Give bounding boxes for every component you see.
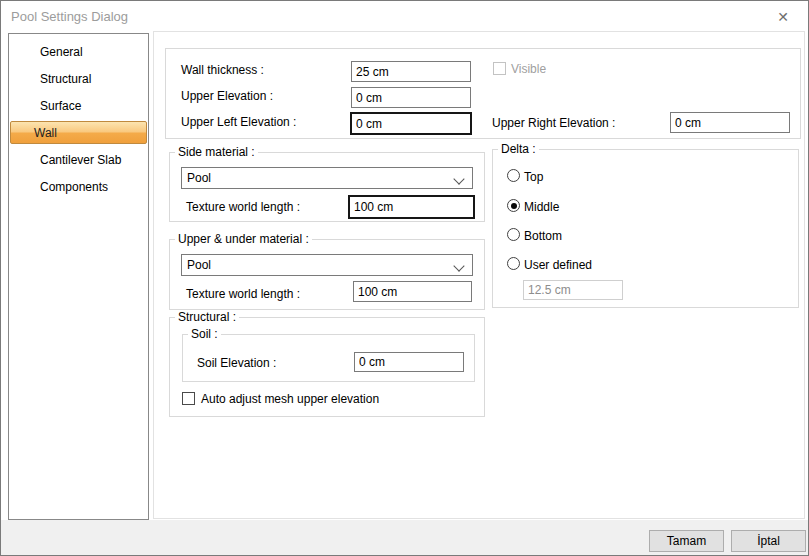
wall-thickness-input[interactable]	[351, 61, 471, 82]
upper-under-material-legend: Upper & under material :	[175, 232, 312, 246]
sidebar-item-general[interactable]: General	[9, 38, 148, 65]
visible-checkbox-label: Visible	[511, 62, 546, 76]
side-texture-length-input[interactable]	[348, 195, 475, 219]
sidebar-item-structural[interactable]: Structural	[9, 65, 148, 92]
side-material-dropdown[interactable]: Pool	[181, 167, 473, 189]
close-icon[interactable]: ✕	[769, 5, 797, 29]
upper-left-elevation-label: Upper Left Elevation :	[181, 115, 296, 129]
ok-button[interactable]: Tamam	[649, 530, 724, 552]
upper-right-elevation-label: Upper Right Elevation :	[492, 116, 615, 130]
upper-under-material-dropdown[interactable]: Pool	[181, 254, 473, 276]
delta-radio-bottom-label: Bottom	[524, 229, 562, 243]
cancel-button[interactable]: İptal	[731, 530, 806, 552]
delta-group: Delta : Top Middle Bottom User defined	[492, 149, 799, 308]
upper-under-material-group: Upper & under material : Pool Texture wo…	[169, 239, 485, 310]
structural-group: Structural : Soil : Soil Elevation : Aut…	[169, 317, 485, 417]
wall-thickness-label: Wall thickness :	[181, 63, 264, 77]
delta-radio-user-defined[interactable]	[507, 257, 520, 270]
wall-dimensions-group: Wall thickness : Upper Elevation : Upper…	[165, 48, 801, 139]
delta-radio-middle[interactable]	[507, 199, 520, 212]
upper-right-elevation-input[interactable]	[670, 112, 790, 133]
pool-settings-dialog: Pool Settings Dialog ✕ General Structura…	[0, 0, 809, 556]
soil-legend: Soil :	[188, 327, 221, 341]
chevron-down-icon	[453, 173, 464, 184]
side-material-group: Side material : Pool Texture world lengt…	[169, 152, 485, 222]
delta-radio-top[interactable]	[507, 169, 520, 182]
upper-under-material-dropdown-value: Pool	[187, 258, 211, 272]
delta-radio-top-label: Top	[524, 170, 543, 184]
dialog-title: Pool Settings Dialog	[11, 9, 128, 24]
delta-legend: Delta :	[498, 142, 539, 156]
upper-elevation-input[interactable]	[351, 87, 471, 108]
structural-legend: Structural :	[175, 310, 239, 324]
soil-elevation-input[interactable]	[354, 352, 464, 372]
side-material-legend: Side material :	[175, 145, 258, 159]
auto-adjust-mesh-label: Auto adjust mesh upper elevation	[201, 392, 379, 406]
soil-elevation-label: Soil Elevation :	[197, 356, 276, 370]
delta-radio-user-defined-label: User defined	[524, 258, 592, 272]
sidebar-item-cantilever-slab[interactable]: Cantilever Slab	[9, 146, 148, 173]
sidebar-item-components[interactable]: Components	[9, 173, 148, 200]
side-texture-length-label: Texture world length :	[186, 200, 300, 214]
upper-under-texture-length-label: Texture world length :	[186, 287, 300, 301]
title-bar: Pool Settings Dialog ✕	[1, 1, 808, 31]
upper-elevation-label: Upper Elevation :	[181, 89, 273, 103]
soil-group: Soil : Soil Elevation :	[182, 334, 475, 382]
upper-under-texture-length-input[interactable]	[353, 281, 472, 302]
main-panel: Wall thickness : Upper Elevation : Upper…	[153, 31, 805, 519]
side-material-dropdown-value: Pool	[187, 171, 211, 185]
auto-adjust-mesh-checkbox[interactable]	[182, 392, 195, 405]
sidebar-item-wall[interactable]: Wall	[10, 121, 147, 144]
upper-left-elevation-input[interactable]	[350, 112, 472, 135]
delta-radio-bottom[interactable]	[507, 228, 520, 241]
chevron-down-icon	[453, 260, 464, 271]
visible-checkbox[interactable]	[493, 62, 506, 75]
delta-radio-middle-label: Middle	[524, 200, 559, 214]
sidebar: General Structural Surface Wall Cantilev…	[8, 33, 149, 520]
delta-user-value-input[interactable]	[523, 280, 623, 300]
sidebar-item-surface[interactable]: Surface	[9, 92, 148, 119]
